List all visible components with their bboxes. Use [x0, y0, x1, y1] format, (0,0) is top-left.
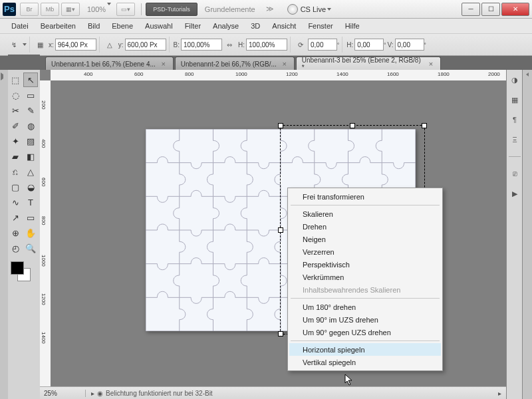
tool-9-0[interactable]: ↗ — [8, 210, 23, 225]
context-item-0[interactable]: Frei transformieren — [289, 190, 441, 203]
horizontal-ruler[interactable]: 400600800100012001400160018002000 — [51, 70, 507, 81]
context-item-6[interactable]: Perspektivisch — [289, 258, 441, 271]
context-item-2[interactable]: Skalieren — [289, 207, 441, 220]
psd-tutorials-button[interactable]: PSD-Tutorials — [146, 3, 198, 16]
handle-tc[interactable] — [350, 123, 355, 128]
launcher-button[interactable]: ▦▾ — [61, 3, 80, 16]
palette-icon-0[interactable]: ◑ — [509, 74, 521, 86]
palette-icon-1[interactable]: ▦ — [509, 94, 521, 106]
tool-7-0[interactable]: ▢ — [8, 180, 23, 194]
menu-hilfe[interactable]: Hilfe — [339, 22, 366, 30]
tool-11-1[interactable]: 🔍 — [23, 241, 38, 255]
palette-icon-3[interactable]: Ξ — [509, 134, 521, 146]
tool-8-0[interactable]: ∿ — [8, 195, 23, 209]
palette-icon-4[interactable]: ⎚ — [509, 168, 521, 180]
w-field[interactable]: 100,00% — [181, 39, 222, 51]
menu-analyse[interactable]: Analyse — [207, 22, 245, 30]
close-icon[interactable]: × — [427, 60, 435, 68]
tool-4-1[interactable]: ▨ — [23, 134, 38, 148]
context-item-12[interactable]: Um 90° gegen UZS drehen — [289, 326, 441, 338]
menu-filter[interactable]: Filter — [179, 22, 207, 30]
document-tab-1[interactable]: Unbenannt-2 bei 66,7% (RGB/...× — [175, 57, 295, 70]
context-item-11[interactable]: Um 90° im UZS drehen — [289, 313, 441, 326]
menu-ebene[interactable]: Ebene — [106, 22, 139, 30]
bridge-button[interactable]: Br — [20, 3, 39, 16]
tool-preset-icon[interactable]: ↯ — [8, 39, 20, 51]
color-swatches[interactable] — [8, 260, 40, 283]
context-item-3[interactable]: Drehen — [289, 220, 441, 233]
hskew-label: H: — [346, 41, 353, 49]
context-item-5[interactable]: Verzerren — [289, 245, 441, 258]
workspace-label[interactable]: Grundelemente — [200, 5, 261, 13]
menu-fenster[interactable]: Fenster — [302, 22, 338, 30]
foreground-color[interactable] — [11, 261, 24, 275]
h-label: H: — [238, 41, 245, 49]
tool-2-1[interactable]: ✎ — [23, 103, 38, 118]
context-item-4[interactable]: Neigen — [289, 233, 441, 245]
expand-icon[interactable]: ≫ — [261, 5, 279, 13]
zoom-dropdown[interactable]: 100% — [82, 5, 116, 13]
screenmode-button[interactable]: ▭▾ — [116, 3, 135, 16]
context-item-10[interactable]: Um 180° drehen — [289, 301, 441, 313]
reference-point-icon[interactable]: ▦ — [34, 39, 46, 51]
link-icon[interactable]: ⇔ — [223, 39, 235, 51]
right-palette-strip: ◑▦¶Ξ⎚▶ — [506, 70, 523, 399]
tool-4-0[interactable]: ✦ — [8, 134, 23, 148]
window-minimize[interactable]: ─ — [462, 3, 480, 16]
tab-label: Unbenannt-3 bei 25% (Ebene 2, RGB/8) * — [302, 57, 423, 71]
vskew-field[interactable]: 0,00 — [395, 39, 424, 51]
h-field[interactable]: 100,00% — [246, 39, 287, 51]
menu-3d[interactable]: 3D — [245, 22, 266, 30]
tool-2-0[interactable]: ✂ — [8, 103, 23, 118]
tool-7-1[interactable]: ◒ — [23, 180, 38, 194]
context-item-14[interactable]: Horizontal spiegeln — [289, 343, 441, 356]
menu-bild[interactable]: Bild — [82, 22, 106, 30]
tool-1-1[interactable]: ▭ — [23, 88, 38, 102]
status-message[interactable]: ▸◉Belichtung funktioniert nur bei 32-Bit… — [86, 390, 507, 397]
tool-10-0[interactable]: ⊕ — [8, 225, 23, 240]
tool-3-0[interactable]: ✐ — [8, 118, 23, 133]
tool-3-1[interactable]: ◍ — [23, 118, 38, 133]
cs-live[interactable]: CS Live — [287, 4, 332, 15]
app-logo[interactable]: Ps — [3, 3, 16, 16]
context-item-7[interactable]: Verkrümmen — [289, 271, 441, 283]
x-field[interactable]: 964,00 Px — [55, 39, 96, 51]
tool-5-1[interactable]: ◧ — [23, 149, 38, 164]
tool-6-0[interactable]: ⎌ — [8, 164, 23, 179]
handle-tl[interactable] — [278, 123, 283, 128]
tool-1-0[interactable]: ◌ — [8, 88, 23, 102]
delta-icon[interactable]: △ — [104, 39, 116, 51]
tool-10-1[interactable]: ✋ — [23, 225, 38, 240]
minibridge-button[interactable]: Mb — [41, 3, 59, 16]
context-item-15[interactable]: Vertikal spiegeln — [289, 356, 441, 368]
tool-0-1[interactable]: ↖ — [23, 72, 38, 87]
tool-0-0[interactable]: ⬚ — [8, 72, 23, 87]
menu-datei[interactable]: Datei — [5, 22, 35, 30]
menu-ansicht[interactable]: Ansicht — [266, 22, 302, 30]
tool-8-1[interactable]: T — [23, 195, 38, 209]
tool-6-1[interactable]: △ — [23, 164, 38, 179]
tool-9-1[interactable]: ▭ — [23, 210, 38, 225]
tool-11-0[interactable]: ◴ — [8, 241, 23, 255]
window-maximize[interactable]: ☐ — [481, 3, 500, 16]
tool-5-0[interactable]: ▰ — [8, 149, 23, 164]
palette-icon-2[interactable]: ¶ — [509, 114, 521, 126]
vertical-ruler[interactable]: 200400600800100012001400 — [40, 80, 51, 387]
close-icon[interactable]: × — [281, 60, 289, 68]
y-field[interactable]: 600,00 Px — [125, 39, 166, 51]
status-zoom[interactable]: 25% — [40, 390, 86, 397]
context-menu: Frei transformierenSkalierenDrehenNeigen… — [287, 188, 443, 371]
angle-field[interactable]: 0,00 — [308, 39, 337, 51]
menu-bearbeiten[interactable]: Bearbeiten — [35, 22, 82, 30]
document-tab-0[interactable]: Unbenannt-1 bei 66,7% (Ebene 4...× — [45, 57, 174, 70]
x-label: x: — [49, 41, 54, 49]
document-tab-2[interactable]: Unbenannt-3 bei 25% (Ebene 2, RGB/8) *× — [296, 57, 441, 70]
window-close[interactable]: ✕ — [501, 3, 529, 16]
handle-tr[interactable] — [422, 123, 427, 128]
palette-icon-5[interactable]: ▶ — [509, 188, 521, 200]
hskew-field[interactable]: 0,00 — [354, 39, 384, 51]
menu-auswahl[interactable]: Auswahl — [139, 22, 179, 30]
handle-bl[interactable] — [278, 331, 283, 336]
close-icon[interactable]: × — [160, 60, 168, 68]
right-dock-strip[interactable] — [522, 70, 532, 399]
